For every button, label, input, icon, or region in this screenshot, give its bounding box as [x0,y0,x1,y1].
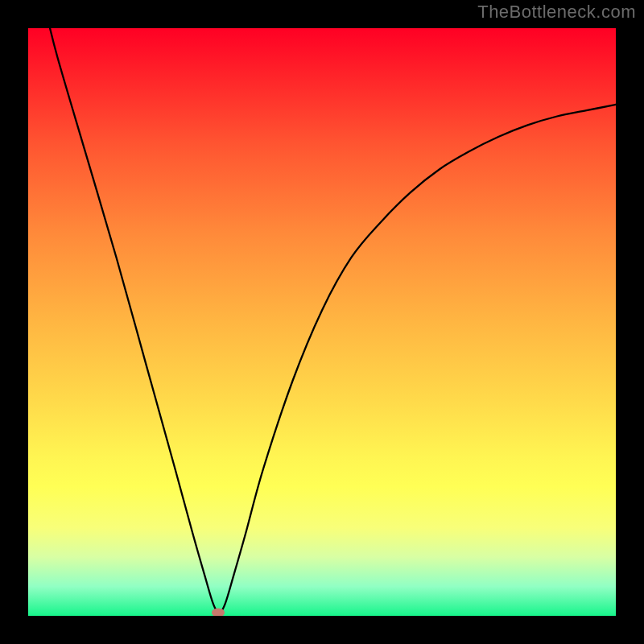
minimum-marker [212,609,225,616]
curve-svg [28,28,616,616]
watermark-text: TheBottleneck.com [477,2,636,23]
curve-path [46,28,616,613]
plot-area [28,28,616,616]
chart-frame: TheBottleneck.com [0,0,644,644]
